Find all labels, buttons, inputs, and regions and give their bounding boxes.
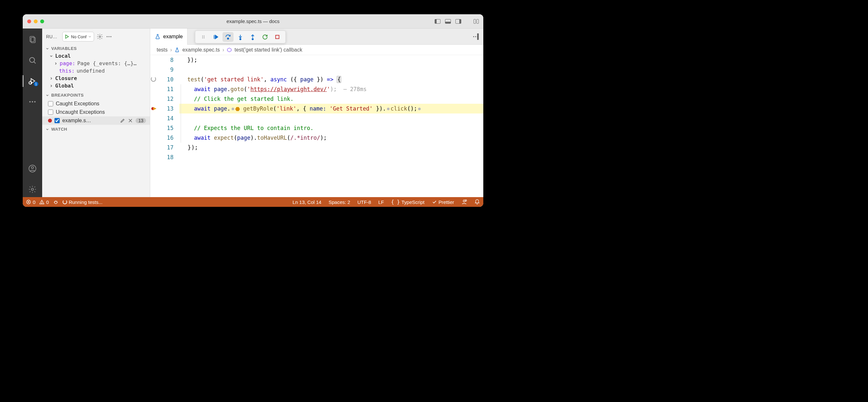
breakpoint-caught-exceptions[interactable]: Caught Exceptions — [42, 100, 150, 108]
traffic-lights — [27, 20, 44, 23]
step-over-icon[interactable] — [222, 32, 234, 42]
svg-point-24 — [203, 37, 203, 37]
variable-scope-global[interactable]: Global — [42, 82, 150, 90]
sb-language-mode[interactable]: { } TypeScript — [391, 199, 425, 205]
variables-section-header[interactable]: Variables — [42, 45, 150, 52]
sb-indentation[interactable]: Spaces: 2 — [329, 199, 350, 205]
inline-breakpoint-icon[interactable] — [387, 108, 390, 110]
run-and-debug-label: RU… — [46, 34, 60, 39]
step-into-icon[interactable] — [235, 32, 246, 42]
code-editor[interactable]: 8 9 10 11 12 13 14 15 16 — [150, 55, 483, 197]
accounts-icon[interactable] — [23, 161, 42, 176]
activity-bar: 1 — [23, 29, 42, 197]
breakpoint-current-icon[interactable] — [151, 106, 157, 111]
svg-point-9 — [29, 101, 30, 102]
uncaught-exceptions-checkbox[interactable] — [48, 109, 53, 115]
inline-breakpoint-icon[interactable] — [231, 108, 234, 110]
step-target-icon: ⬣ — [235, 104, 243, 114]
run-debug-icon[interactable]: 1 — [23, 73, 42, 89]
svg-point-34 — [252, 39, 253, 40]
breakpoint-file-entry[interactable]: example.s… 13 — [42, 116, 150, 125]
debug-toolbar[interactable] — [195, 31, 286, 43]
line-number: 8 — [170, 55, 174, 65]
edit-breakpoint-icon[interactable] — [120, 118, 125, 123]
breadcrumb-symbol[interactable]: test('get started link') callback — [235, 47, 302, 53]
global-label: Global — [55, 83, 74, 89]
chevron-down-icon — [49, 54, 53, 58]
more-icon[interactable] — [23, 94, 42, 109]
debug-settings-icon[interactable] — [97, 33, 103, 40]
layout-controls — [435, 19, 479, 24]
svg-point-19 — [110, 36, 111, 37]
step-out-icon[interactable] — [247, 32, 258, 42]
warning-count: 0 — [46, 199, 49, 205]
sb-warnings[interactable]: 0 — [39, 199, 49, 205]
watch-section-header[interactable]: Watch — [42, 126, 150, 133]
stop-icon[interactable] — [272, 32, 283, 42]
drag-handle-icon[interactable] — [198, 32, 209, 42]
code-lines[interactable]: }); test('get started link', async ({ pa… — [179, 55, 483, 162]
language-label: TypeScript — [402, 199, 425, 205]
zoom-window-icon[interactable] — [40, 20, 44, 23]
variable-this[interactable]: this: undefined — [42, 67, 150, 74]
minimize-window-icon[interactable] — [34, 20, 38, 23]
close-window-icon[interactable] — [27, 20, 31, 23]
running-label: Running tests... — [69, 199, 102, 205]
svg-line-52 — [57, 201, 57, 202]
svg-point-18 — [108, 36, 109, 37]
toggle-panel-icon[interactable] — [445, 19, 451, 24]
variables-tree: Local page: Page {_events: {…}… this: un… — [42, 52, 150, 92]
toggle-primary-sidebar-icon[interactable] — [435, 19, 440, 24]
breakpoints-section-header[interactable]: Breakpoints — [42, 92, 150, 99]
breakpoint-uncaught-exceptions[interactable]: Uncaught Exceptions — [42, 108, 150, 116]
config-name: No Conf — [71, 34, 87, 39]
breadcrumb[interactable]: tests › example.spec.ts › test('get star… — [150, 45, 483, 55]
chevron-right-icon — [49, 84, 53, 88]
toggle-secondary-sidebar-icon[interactable] — [456, 19, 461, 24]
code-line: await page.goto('https://playwright.dev/… — [179, 84, 483, 94]
svg-point-47 — [55, 201, 57, 204]
caught-label: Caught Exceptions — [56, 101, 99, 107]
continue-icon[interactable] — [210, 32, 221, 42]
breadcrumb-file[interactable]: example.spec.ts — [182, 47, 220, 53]
breadcrumb-folder[interactable]: tests — [157, 47, 168, 53]
sb-notifications-icon[interactable] — [474, 199, 480, 205]
svg-point-11 — [34, 101, 35, 102]
svg-point-26 — [203, 38, 203, 38]
sb-running-tests[interactable]: Running tests... — [63, 199, 102, 205]
editor-tab[interactable]: example — [150, 29, 187, 45]
restart-icon[interactable] — [259, 32, 271, 42]
inline-breakpoint-icon[interactable] — [418, 108, 421, 110]
debug-config-selector[interactable]: No Conf — [62, 32, 94, 41]
customize-layout-icon[interactable] — [473, 19, 479, 24]
svg-line-3 — [34, 62, 35, 63]
start-debug-icon[interactable] — [64, 34, 70, 39]
svg-point-16 — [99, 36, 100, 38]
svg-line-51 — [54, 201, 55, 202]
symbol-method-icon — [227, 47, 232, 53]
sb-encoding[interactable]: UTF-8 — [358, 199, 371, 205]
sb-prettier[interactable]: Prettier — [432, 199, 454, 205]
search-icon[interactable] — [23, 53, 42, 68]
caught-exceptions-checkbox[interactable] — [48, 101, 53, 106]
sb-cursor-position[interactable]: Ln 13, Col 14 — [292, 199, 321, 205]
explorer-icon[interactable] — [23, 32, 42, 47]
tab-bar: example — [150, 29, 483, 45]
breakpoint-checkbox[interactable] — [55, 118, 60, 123]
debug-more-icon[interactable] — [106, 33, 112, 40]
remove-breakpoint-icon[interactable] — [128, 118, 133, 123]
variable-scope-local[interactable]: Local — [42, 52, 150, 60]
sb-debug-icon[interactable] — [53, 199, 59, 205]
variable-scope-closure[interactable]: Closure — [42, 74, 150, 82]
local-label: Local — [55, 53, 71, 59]
line-number: 12 — [167, 94, 174, 104]
running-spinner-icon — [151, 76, 156, 82]
variable-page[interactable]: page: Page {_events: {…}… — [42, 60, 150, 67]
sb-errors[interactable]: 0 — [26, 199, 35, 205]
code-line-current: await page.⬣ getByRole('link', { name: '… — [179, 104, 483, 113]
editor-actions — [468, 33, 479, 40]
svg-rect-35 — [276, 35, 279, 39]
sb-eol[interactable]: LF — [378, 199, 384, 205]
settings-gear-icon[interactable] — [23, 181, 42, 197]
sb-feedback-icon[interactable] — [461, 199, 467, 205]
